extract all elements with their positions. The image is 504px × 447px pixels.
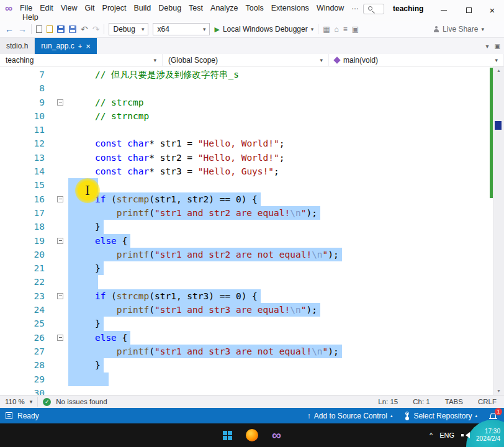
code-line-18[interactable]: 18 } [0,220,493,233]
code-line-24[interactable]: 24 printf("str1 and str3 are equal!\n"); [0,303,493,317]
code-line-21[interactable]: 21 } [0,261,493,275]
fold-toggle-icon[interactable] [45,192,68,206]
fold-toggle-icon[interactable] [45,234,68,248]
code-line-30[interactable]: 30 [0,386,493,395]
taskbar-tray: ^ ENG 17:30 2024/2/4 [430,423,500,447]
tray-expand-icon[interactable]: ^ [430,431,433,439]
solution-platform-select[interactable]: x64 ▾ [153,23,210,35]
zoom-select[interactable]: 110 % [5,398,25,405]
taskbar-clock[interactable]: 17:30 2024/2/4 [476,428,500,443]
menu-build[interactable]: Build [130,2,155,14]
close-tab-icon[interactable]: × [86,42,91,51]
member-dropdown[interactable]: main(void) ▾ [329,54,504,66]
code-editor[interactable]: 7 // 但凡只要是涉及到修改字符串_s89 // strcmp10 // st… [0,66,504,395]
close-window-button[interactable]: × [483,3,502,17]
code-line-29[interactable]: 29 [0,372,493,386]
navigate-forward-icon[interactable]: → [18,24,27,34]
window-options-icon[interactable]: ▣ [495,43,500,50]
search-icon [368,6,372,11]
open-file-icon[interactable] [47,25,53,33]
navigate-back-icon[interactable]: ← [5,24,14,34]
volume-icon[interactable] [461,431,469,439]
scroll-up-icon[interactable]: ▲ [497,68,501,73]
fold-toggle-icon[interactable] [45,96,68,109]
undo-icon[interactable]: ↶ [81,24,88,34]
start-debugging-button[interactable]: ▶ Local Windows Debugger ▾ [214,25,313,34]
window-layout-icon[interactable]: ▣ [352,25,359,34]
fold-margin [45,372,68,386]
code-line-17[interactable]: 17 printf("str1 and str2 are equal!\n"); [0,206,493,220]
code-line-20[interactable]: 20 printf("str1 and str2 are not equal!\… [0,248,493,261]
tab-run-app-c[interactable]: run_app.c + × [35,38,96,54]
fold-toggle-icon[interactable] [45,289,68,303]
select-repository-button[interactable]: Select Repository ▴ [403,412,477,420]
code-line-12[interactable]: 12 const char* str1 = "Hello, World!"; [0,137,493,150]
search-box[interactable] [363,4,384,14]
scroll-down-icon[interactable]: ▼ [497,389,501,393]
code-line-9[interactable]: 9 // strcmp [0,96,493,109]
firefox-icon[interactable] [246,429,258,441]
code-line-28[interactable]: 28 } [0,358,493,372]
list-icon[interactable]: ≡ [343,25,348,34]
menu-window[interactable]: Window [313,2,348,14]
column-indicator[interactable]: Ch: 1 [413,398,430,405]
code-line-16[interactable]: 16 if (strcmp(str1, str2) == 0) { [0,192,493,206]
code-line-27[interactable]: 27 printf("str1 and str3 are not equal!\… [0,345,493,358]
visual-studio-taskbar-icon[interactable]: ∞ [272,429,281,441]
redo-icon[interactable]: ↷ [92,24,100,34]
code-line-15[interactable]: 15 [0,178,493,192]
menu-view[interactable]: View [57,2,81,14]
line-indicator[interactable]: Ln: 15 [378,398,398,405]
member-name: main(void) [343,56,378,65]
code-line-19[interactable]: 19 else { [0,234,493,248]
vertical-scrollbar[interactable]: ▲ ▼ [493,66,504,395]
language-indicator[interactable]: ENG [439,431,454,439]
solution-explorer-icon[interactable]: ▦ [323,25,330,34]
indent-indicator[interactable]: TABS [445,398,463,405]
project-dropdown[interactable]: teaching ▾ [0,54,163,66]
check-icon: ✓ [43,398,51,406]
tab-stdio-h[interactable]: stdio.h [0,38,35,54]
add-to-source-control-button[interactable]: ↑ Add to Source Control ▴ [307,412,393,420]
minimize-button[interactable] [434,3,453,17]
code-line-11[interactable]: 11 [0,123,493,137]
solution-configuration-select[interactable]: Debug ▾ [109,23,148,35]
menu-extensions[interactable]: Extensions [268,2,313,14]
restore-button[interactable] [459,3,478,17]
tab-list-icon[interactable]: ▾ [486,43,489,50]
editor-status-strip: 110 % ▾ ✓ No issues found Ln: 15 Ch: 1 T… [0,395,504,408]
menu-tools[interactable]: Tools [242,2,268,14]
code-text: // strcmp [68,96,144,109]
code-line-10[interactable]: 10 // strncmp [0,109,493,123]
pin-icon[interactable]: + [78,42,82,50]
scope-dropdown[interactable]: (Global Scope) ▾ [163,54,329,66]
code-line-7[interactable]: 7 // 但凡只要是涉及到修改字符串_s [0,68,493,81]
eol-indicator[interactable]: CRLF [478,398,497,405]
menu-test[interactable]: Test [185,2,207,14]
fold-margin [45,206,68,220]
menu-project[interactable]: Project [99,2,130,14]
toolbar-separator [104,24,104,34]
ide-root: ∞ FileEditViewGitProjectBuildDebugTestAn… [0,0,504,447]
background-tasks-icon[interactable] [6,412,12,419]
menu-debug[interactable]: Debug [155,2,185,14]
live-share-button[interactable]: Live Share ▾ [433,25,499,34]
menu-overflow-icon[interactable]: … [351,2,359,11]
menu-analyze[interactable]: Analyze [207,2,241,14]
line-number: 20 [0,248,45,261]
code-line-8[interactable]: 8 [0,81,493,95]
fold-toggle-icon[interactable] [45,331,68,345]
project-name: teaching [6,56,34,65]
code-line-14[interactable]: 14 const char* str3 = "Hello, Guys!"; [0,165,493,178]
code-line-13[interactable]: 13 const char* str2 = "Hello, World!"; [0,151,493,165]
code-line-22[interactable]: 22 [0,275,493,289]
home-icon[interactable]: ⌂ [335,25,339,34]
save-icon[interactable] [57,25,65,33]
new-file-icon[interactable] [36,25,42,33]
menu-git[interactable]: Git [81,2,99,14]
save-all-icon[interactable] [69,25,76,33]
windows-start-button[interactable] [223,431,232,440]
code-line-23[interactable]: 23 if (strcmp(str1, str3) == 0) { [0,289,493,303]
code-line-25[interactable]: 25 } [0,317,493,330]
code-line-26[interactable]: 26 else { [0,331,493,345]
